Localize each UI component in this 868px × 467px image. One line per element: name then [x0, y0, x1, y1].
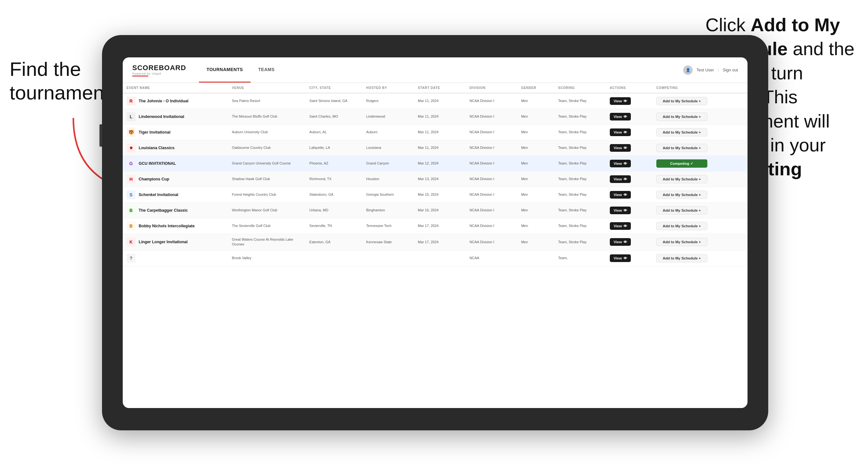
venue-cell: Great Waters Course At Reynolds Lake Oco… [228, 234, 306, 251]
add-to-schedule-button[interactable]: Add to My Schedule + [656, 206, 707, 215]
event-name-cell: H Champions Cup [123, 172, 228, 187]
view-button[interactable]: View 👁 [610, 238, 631, 246]
competing-cell: Add to My Schedule + [652, 187, 747, 203]
view-button[interactable]: View 👁 [610, 222, 631, 230]
col-header-venue: VENUE [228, 83, 306, 93]
gender-cell: Men [517, 187, 554, 203]
view-button[interactable]: View 👁 [610, 175, 631, 183]
venue-cell: Oakbourne Country Club [228, 140, 306, 156]
add-to-schedule-button[interactable]: Add to My Schedule + [656, 175, 707, 183]
gender-cell [517, 250, 554, 266]
col-header-city: CITY, STATE [306, 83, 363, 93]
event-name: Champions Cup [139, 177, 169, 181]
actions-cell: View 👁 [606, 93, 652, 109]
city-cell: Eatonton, GA [306, 234, 363, 251]
col-header-competing: COMPETING [652, 83, 747, 93]
add-to-schedule-button[interactable]: Add to My Schedule + [656, 238, 707, 246]
view-button[interactable]: View 👁 [610, 254, 631, 262]
date-cell: Mar 11, 2024 [414, 125, 466, 140]
view-button[interactable]: View 👁 [610, 144, 631, 152]
eye-icon: 👁 [623, 130, 627, 134]
add-to-schedule-button[interactable]: Add to My Schedule + [656, 128, 707, 136]
view-button[interactable]: View 👁 [610, 191, 631, 198]
city-cell [306, 250, 363, 266]
table-row: L Lindenwood Invitational The Missouri B… [123, 109, 747, 125]
hosted-cell: Rutgers [363, 93, 414, 109]
add-to-schedule-button[interactable]: Add to My Schedule + [656, 97, 707, 105]
table-header: EVENT NAME VENUE CITY, STATE HOSTED BY S… [123, 83, 747, 93]
view-button[interactable]: View 👁 [610, 113, 631, 121]
event-name-cell: ? [123, 250, 228, 266]
table-row: G GCU INVITATIONAL Grand Canyon Universi… [123, 156, 747, 172]
col-header-scoring: SCORING [554, 83, 606, 93]
competing-cell: Add to My Schedule + [652, 140, 747, 156]
venue-cell: Forest Heights Country Club [228, 187, 306, 203]
event-name: Schenkel Invitational [139, 192, 178, 197]
table-row: K Linger Longer Invitational Great Water… [123, 234, 747, 251]
city-cell: Saint Simons Island, GA [306, 93, 363, 109]
city-cell: Statesboro, GA [306, 187, 363, 203]
team-logo: G [127, 159, 135, 168]
event-name: Linger Longer Invitational [139, 240, 187, 244]
hosted-cell: Georgia Southern [363, 187, 414, 203]
competing-cell: Competing ✓ [652, 156, 747, 172]
col-header-event: EVENT NAME [123, 83, 228, 93]
team-logo: 🐯 [127, 128, 135, 137]
competing-cell: Add to My Schedule + [652, 250, 747, 266]
division-cell: NCAA Division I [466, 125, 517, 140]
scoring-cell: Team, Stroke Play [554, 109, 606, 125]
venue-cell: Worthington Manor Golf Club [228, 203, 306, 218]
hosted-cell: Auburn [363, 125, 414, 140]
view-button[interactable]: View 👁 [610, 97, 631, 105]
date-cell: Mar 17, 2024 [414, 234, 466, 251]
team-logo: ⚜ [127, 144, 135, 152]
view-button[interactable]: View 👁 [610, 160, 631, 167]
add-to-schedule-button[interactable]: Add to My Schedule + [656, 222, 707, 230]
top-bar: SCOREBOARD Powered by clippd TOURNAMENTS… [123, 57, 747, 83]
division-cell: NCAA Division I [466, 93, 517, 109]
actions-cell: View 👁 [606, 187, 652, 203]
event-name: The Carpetbagger Classic [139, 208, 188, 213]
add-to-schedule-button[interactable]: Add to My Schedule + [656, 144, 707, 152]
scoring-cell: Team, Stroke Play [554, 234, 606, 251]
view-button[interactable]: View 👁 [610, 128, 631, 136]
city-cell: Richmond, TX [306, 172, 363, 187]
division-cell: NCAA Division I [466, 109, 517, 125]
team-logo: L [127, 112, 135, 121]
scoring-cell: Team, Stroke Play [554, 140, 606, 156]
nav-tab-tournaments[interactable]: TOURNAMENTS [199, 57, 251, 83]
add-to-schedule-button[interactable]: Add to My Schedule + [656, 254, 707, 262]
division-cell: NCAA Division I [466, 203, 517, 218]
gender-cell: Men [517, 203, 554, 218]
eye-icon: 👁 [623, 240, 627, 244]
event-name: Bobby Nichols Intercollegiate [139, 224, 195, 228]
add-to-schedule-button[interactable]: Add to My Schedule + [656, 191, 707, 199]
table-row: 🐯 Tiger Invitational Auburn University C… [123, 125, 747, 140]
col-header-division: DIVISION [466, 83, 517, 93]
event-name-cell: B Bobby Nichols Intercollegiate [123, 218, 228, 234]
competing-button[interactable]: Competing ✓ [656, 159, 707, 168]
gender-cell: Men [517, 156, 554, 172]
eye-icon: 👁 [623, 209, 627, 212]
sign-out-link[interactable]: Sign out [723, 68, 738, 72]
division-cell: NCAA Division I [466, 140, 517, 156]
venue-cell: The Sevierville Golf Club [228, 218, 306, 234]
division-cell: NCAA Division I [466, 156, 517, 172]
app-logo: SCOREBOARD [132, 64, 186, 72]
table-row: B Bobby Nichols Intercollegiate The Sevi… [123, 218, 747, 234]
hosted-cell: Kennesaw State [363, 234, 414, 251]
actions-cell: View 👁 [606, 203, 652, 218]
nav-tab-teams[interactable]: TEAMS [251, 57, 282, 83]
division-cell: NCAA Division I [466, 172, 517, 187]
col-header-date: START DATE [414, 83, 466, 93]
division-cell: NCAA Division I [466, 218, 517, 234]
scoring-cell: Team, [554, 250, 606, 266]
eye-icon: 👁 [623, 193, 627, 197]
actions-cell: View 👁 [606, 250, 652, 266]
actions-cell: View 👁 [606, 125, 652, 140]
view-button[interactable]: View 👁 [610, 207, 631, 214]
competing-cell: Add to My Schedule + [652, 93, 747, 109]
date-cell: Mar 15, 2024 [414, 187, 466, 203]
team-logo: R [127, 97, 135, 105]
add-to-schedule-button[interactable]: Add to My Schedule + [656, 113, 707, 121]
